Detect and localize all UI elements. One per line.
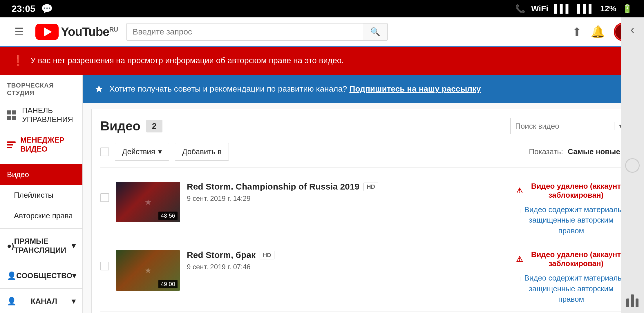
- video-1-title-row: Red Storm. Championship of Russia 2019 H…: [187, 182, 509, 192]
- main-layout: ТВОРЧЕСКАЯ СТУДИЯ ПАНЕЛЬ УПРАВЛЕНИЯ МЕНЕ…: [0, 75, 644, 313]
- hamburger-button[interactable]: ☰: [12, 23, 27, 41]
- actions-chevron-icon: ▾: [158, 147, 162, 156]
- sort-value-text: Самые новые: [568, 147, 620, 156]
- sidebar-divider-4: [0, 288, 82, 289]
- right-panel-home-indicator[interactable]: [625, 158, 640, 173]
- sidebar-streams-label: ПРЯМЫЕ ТРАНСЛЯЦИИ: [14, 237, 72, 255]
- videos-section: Видео 2 ▾ 🔍 Действия ▾ Добавить в: [91, 109, 635, 313]
- right-panel: ‹: [621, 17, 644, 313]
- sidebar-community-header[interactable]: 👤 СООБЩЕСТВО ▾: [0, 265, 82, 286]
- video-1-thumbnail[interactable]: ★ 48:56: [116, 182, 180, 222]
- videos-title-area: Видео 2: [100, 119, 162, 133]
- sidebar-streams-icon: ●): [7, 241, 14, 250]
- video-2-hd-badge: HD: [260, 251, 274, 259]
- video-1-duration: 48:56: [158, 212, 178, 220]
- videos-count-badge: 2: [146, 120, 162, 132]
- star-icon: ★: [94, 83, 104, 95]
- video-row-1: ★ 48:56 Red Storm. Championship of Russi…: [100, 175, 626, 243]
- search-input[interactable]: [127, 23, 363, 40]
- subscription-banner-main-text: Хотите получать советы и рекомендации по…: [109, 84, 347, 93]
- chat-icon: 💬: [41, 3, 53, 14]
- phone-icon: 📞: [515, 4, 525, 14]
- logo-ru-text: RU: [109, 26, 118, 33]
- warning-icon-2: ⚠: [516, 255, 523, 264]
- studio-title: ТВОРЧЕСКАЯ СТУДИЯ: [0, 75, 82, 100]
- video-2-thumbnail[interactable]: ★ 49:00: [116, 250, 180, 291]
- sidebar-item-playlists[interactable]: Плейлисты: [0, 185, 82, 205]
- video-1-status: ⚠ Видео удалено (аккаунт заблокирован) |…: [516, 182, 626, 236]
- sort-label: Показать:: [529, 147, 563, 156]
- status-bar: 23:05 💬 📞 WiFi ▌▌▌ ▌▌▌ 12% 🔋: [0, 0, 644, 17]
- chevron-down-icon-2: ▾: [72, 271, 76, 280]
- sort-dropdown-button[interactable]: Самые новые ▾: [568, 147, 626, 156]
- right-panel-bars: [626, 294, 638, 307]
- actions-button[interactable]: Действия ▾: [115, 143, 169, 161]
- select-all-checkbox[interactable]: [100, 148, 109, 156]
- video-2-deleted-text: Видео удалено (аккаунт заблокирован): [526, 250, 626, 268]
- sidebar-item-dashboard[interactable]: ПАНЕЛЬ УПРАВЛЕНИЯ: [0, 100, 82, 130]
- chevron-down-icon-3: ▾: [72, 297, 75, 306]
- video-2-title[interactable]: Red Storm, брак: [187, 250, 256, 260]
- add-to-button[interactable]: Добавить в: [175, 143, 229, 161]
- sidebar-community-label: СООБЩЕСТВО: [16, 271, 72, 280]
- wifi-icon: WiFi: [531, 4, 548, 13]
- right-panel-back-button[interactable]: ‹: [630, 23, 634, 36]
- video-2-checkbox[interactable]: [100, 262, 109, 270]
- video-2-info: Red Storm, брак HD 9 сент. 2019 г. 07:46: [187, 250, 509, 271]
- subscription-banner-link[interactable]: Подпишитесь на нашу рассылку: [349, 84, 481, 93]
- video-1-copyright-divider: | Видео содержит материалы, защищенные а…: [516, 204, 626, 236]
- video-1-checkbox[interactable]: [100, 193, 109, 202]
- sidebar-divider-2: [0, 228, 82, 229]
- permission-banner-text: У вас нет разрешения на просмотр информа…: [30, 56, 621, 65]
- toolbar-right: Показать: Самые новые ▾: [529, 147, 626, 156]
- video-row-2: ★ 49:00 Red Storm, брак HD 9 сент. 2019 …: [100, 243, 626, 312]
- dashboard-icon: [7, 111, 17, 119]
- video-1-date: 9 сент. 2019 г. 14:29: [187, 194, 509, 203]
- video-2-duration: 49:00: [158, 280, 178, 288]
- logo-text: YouTubeRU: [61, 25, 118, 39]
- sidebar-item-copyright[interactable]: Авторские права: [0, 205, 82, 226]
- sidebar-streams-header[interactable]: ●) ПРЯМЫЕ ТРАНСЛЯЦИИ ▾: [0, 231, 82, 261]
- signal-icon: ▌▌▌: [554, 4, 571, 13]
- sidebar-item-video-manager[interactable]: МЕНЕДЖЕР ВИДЕО: [0, 130, 82, 159]
- search-button[interactable]: 🔍: [363, 23, 387, 40]
- battery-icon: 🔋: [622, 4, 632, 14]
- search-bar: 🔍: [126, 23, 388, 41]
- video-1-deleted-text: Видео удалено (аккаунт заблокирован): [526, 182, 626, 200]
- logo-youtube-text: YouTube: [61, 25, 109, 39]
- sidebar-item-videos[interactable]: Видео: [0, 164, 82, 185]
- permission-banner: ❗ У вас нет разрешения на просмотр инфор…: [0, 46, 644, 75]
- sidebar-item-copyright-label: Авторские права: [14, 211, 73, 220]
- chevron-down-icon: ▾: [72, 241, 75, 250]
- videos-title: Видео: [100, 119, 140, 133]
- sidebar: ТВОРЧЕСКАЯ СТУДИЯ ПАНЕЛЬ УПРАВЛЕНИЯ МЕНЕ…: [0, 75, 83, 313]
- sidebar-channel-header[interactable]: 👤 КАНАЛ ▾: [0, 291, 82, 312]
- exclamation-icon: ❗: [12, 54, 25, 67]
- video-1-hd-badge: HD: [363, 183, 378, 191]
- video-2-status: ⚠ Видео удалено (аккаунт заблокирован) |…: [516, 250, 626, 304]
- videos-search-input[interactable]: [511, 122, 614, 131]
- sidebar-item-playlists-label: Плейлисты: [14, 191, 53, 200]
- warning-icon-1: ⚠: [516, 186, 523, 195]
- actions-label: Действия: [122, 147, 155, 156]
- video-1-copyright-link[interactable]: Видео содержит материалы, защищенные авт…: [524, 205, 625, 235]
- upload-button[interactable]: ⬆: [572, 25, 582, 39]
- notifications-button[interactable]: 🔔: [591, 25, 605, 39]
- bar-3: [636, 299, 638, 307]
- signal2-icon: ▌▌▌: [577, 4, 594, 13]
- video-1-title[interactable]: Red Storm. Championship of Russia 2019: [187, 182, 359, 192]
- logo-area: YouTubeRU: [35, 24, 118, 40]
- sidebar-divider-1: [0, 162, 82, 162]
- sidebar-divider-3: [0, 263, 82, 263]
- channel-icon: 👤: [7, 297, 16, 306]
- video-2-copyright-link[interactable]: Видео содержит материалы, защищенные авт…: [524, 274, 625, 303]
- bar-2: [631, 294, 634, 307]
- community-icon: 👤: [7, 271, 16, 280]
- video-2-copyright-divider: | Видео содержит материалы, защищенные а…: [516, 273, 626, 304]
- sidebar-item-dashboard-label: ПАНЕЛЬ УПРАВЛЕНИЯ: [22, 106, 75, 124]
- subscription-banner-text: Хотите получать советы и рекомендации по…: [109, 84, 621, 94]
- videos-toolbar: Действия ▾ Добавить в Показать: Самые но…: [100, 143, 626, 168]
- thumbnail-2-decoration: ★: [144, 266, 152, 275]
- youtube-logo-icon: [35, 24, 59, 40]
- video-1-deleted-status: ⚠ Видео удалено (аккаунт заблокирован): [516, 182, 626, 200]
